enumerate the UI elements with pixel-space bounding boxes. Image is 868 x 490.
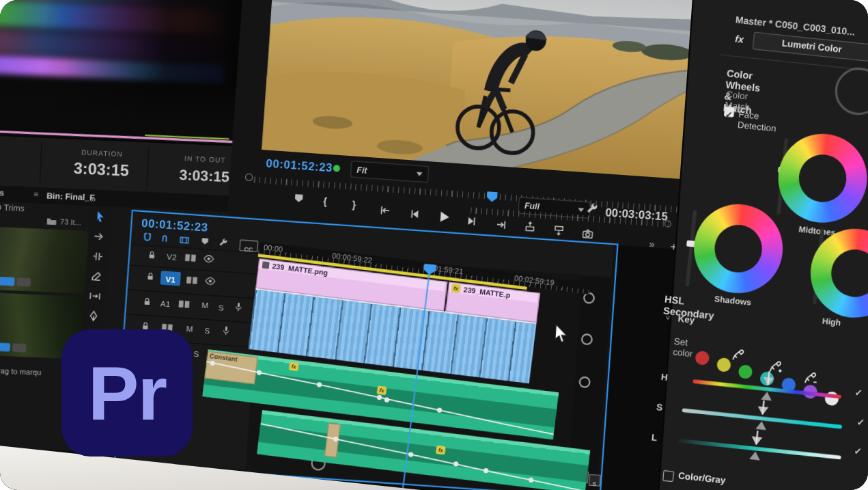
mute-button[interactable]: M [201, 301, 209, 310]
mouse-cursor-icon [553, 324, 572, 345]
color-gray-checkbox[interactable] [662, 470, 674, 482]
duration-value: 3:03:15 [51, 158, 152, 180]
saturation-label: S [656, 402, 663, 413]
solo-button[interactable]: S [218, 303, 224, 312]
checkmark-icon: ✓ [856, 417, 865, 428]
eye-icon[interactable] [203, 254, 214, 264]
effect-name: Lumetri Color [781, 38, 842, 55]
mic-icon[interactable] [221, 325, 232, 337]
razor-tool-icon[interactable] [90, 270, 103, 283]
luma-label: L [651, 432, 658, 443]
face-detection-label: Face Detection [737, 109, 778, 134]
panel-overflow[interactable]: » [649, 239, 655, 250]
eye-icon[interactable] [205, 276, 216, 286]
fit-dropdown-value: Fit [356, 165, 367, 174]
mark-out-icon[interactable]: } [352, 199, 356, 210]
item-count: 73 It... [60, 217, 82, 227]
premiere-pro-logo-text: Pr [88, 349, 166, 437]
record-indicator [333, 165, 341, 172]
extract-icon[interactable] [552, 223, 565, 236]
chevron-down-icon [416, 172, 422, 176]
lock-icon[interactable] [145, 271, 156, 282]
fx-symbol: fx [734, 33, 744, 45]
source-patch-icon[interactable] [178, 299, 190, 308]
program-video-preview[interactable] [262, 0, 716, 180]
premiere-pro-logo: Pr [61, 329, 193, 457]
chevron-down-icon [578, 208, 584, 212]
mic-icon[interactable] [234, 301, 244, 314]
lift-icon[interactable] [523, 220, 536, 233]
checkmark-icon: ✓ [854, 387, 863, 399]
eyedropper-icon[interactable] [730, 346, 747, 364]
go-to-out-icon[interactable] [494, 218, 507, 231]
track-badge-v1[interactable]: V1 [160, 271, 181, 286]
status-hint: e and drag to marqu [0, 366, 42, 377]
source-patch-icon[interactable] [185, 254, 197, 262]
solo-badge[interactable]: S [589, 474, 601, 487]
ripple-edit-tool-icon[interactable] [92, 250, 104, 263]
premiere-screenshot-frame: 178 153 128 102 76 51 26 MASTER 23 DURAT… [0, 0, 868, 490]
luma-slider-handle[interactable] [748, 436, 763, 460]
tab-overflow[interactable]: » [91, 193, 96, 204]
zoom-level-value: Full [524, 201, 540, 211]
step-forward-icon[interactable] [466, 215, 479, 228]
checkmark-icon: ✓ [854, 446, 863, 457]
usage-badge [0, 277, 15, 286]
solo-badge-label: S [592, 480, 597, 487]
lock-icon[interactable] [142, 297, 153, 308]
usage-badge [0, 342, 10, 351]
mark-in-icon[interactable]: { [323, 195, 328, 207]
duration-label: DURATION [52, 148, 152, 160]
panel-menu-icon[interactable]: ≡ [33, 189, 39, 199]
tab-trims[interactable]: Trims [0, 187, 4, 198]
solo-button[interactable]: S [204, 326, 210, 336]
saturation-slider-handle[interactable] [755, 406, 769, 430]
marker-icon[interactable] [199, 236, 210, 247]
export-frame-icon[interactable] [581, 228, 594, 241]
track-label-v2[interactable]: V2 [167, 252, 177, 262]
hue-slider-handle[interactable] [760, 377, 774, 400]
linked-selection-icon[interactable] [160, 233, 171, 245]
program-playhead-icon[interactable] [486, 191, 498, 202]
program-monitor-panel: 00:01:52:23 Fit { } Full 00:03:03:15 » [227, 0, 707, 250]
selection-tool-icon[interactable] [94, 210, 107, 223]
ruler-knob-icon[interactable] [245, 173, 253, 181]
play-icon[interactable] [436, 210, 451, 225]
mute-button[interactable]: M [186, 324, 193, 334]
ruler-knob-icon[interactable] [664, 220, 671, 228]
step-back-icon[interactable] [408, 208, 421, 221]
track-label-v1: V1 [165, 274, 176, 284]
chevron-down-icon[interactable]: ˅ [665, 314, 671, 323]
fit-dropdown[interactable]: Fit [350, 161, 430, 183]
wrench-icon[interactable] [218, 237, 229, 248]
key-label[interactable]: Key [677, 313, 695, 325]
checkmark-icon: ✓ [725, 109, 733, 119]
folder-icon [46, 217, 57, 226]
go-to-in-icon[interactable] [379, 204, 392, 217]
codec-badge [16, 277, 31, 286]
codec-badge [12, 343, 27, 352]
snap-icon[interactable] [141, 232, 153, 243]
matte-icon [262, 261, 270, 269]
source-patch-icon[interactable] [186, 275, 198, 284]
timeline-tracks-area: 00:00 00:00:59:22 00:01:59:21 00:02:59:1… [232, 242, 593, 490]
divider [40, 142, 42, 182]
pen-tool-icon[interactable] [87, 310, 100, 323]
solo-button[interactable]: S [193, 349, 199, 359]
set-color-label: Set color [673, 336, 695, 359]
nested-sequence-icon[interactable] [178, 234, 191, 246]
face-detection-checkbox[interactable]: ✓ [724, 107, 735, 118]
slip-tool-icon[interactable] [89, 290, 102, 303]
lumetri-scopes-panel [0, 0, 255, 146]
fx-badge[interactable]: fx [451, 284, 461, 293]
program-timecode[interactable]: 00:01:52:23 [266, 156, 333, 174]
clip-thumbnail[interactable] [0, 227, 92, 294]
track-label-a1[interactable]: A1 [160, 299, 170, 308]
settings-wrench-icon[interactable] [585, 202, 599, 215]
cc-badge[interactable]: CC [239, 239, 258, 252]
marker-icon[interactable] [292, 192, 305, 205]
lock-icon[interactable] [147, 250, 158, 261]
track-select-tool-icon[interactable] [93, 230, 106, 243]
eyedropper-remove-icon[interactable] [802, 370, 820, 387]
hue-label: H [660, 372, 668, 383]
